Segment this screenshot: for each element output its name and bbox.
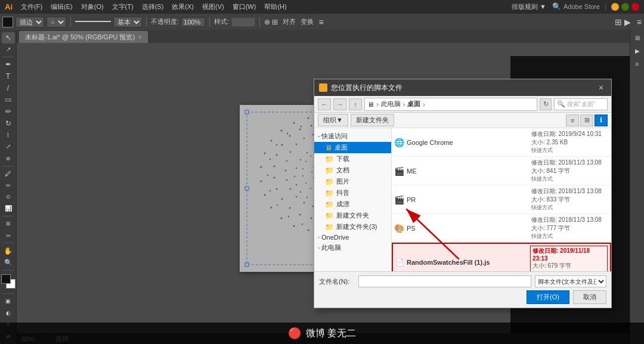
menu-type[interactable]: 文字(T) [109,1,137,13]
open-button[interactable]: 打开(O) [527,290,569,304]
view-info-btn[interactable]: ℹ [595,114,608,126]
pen-tool[interactable]: ✒ [2,59,15,70]
nav-item-douyin[interactable]: 📁 抖音 [314,187,391,199]
stroke-shape-select[interactable]: ○ [47,17,66,27]
file-name-ps: 🎨 PS [394,224,529,233]
menu-help[interactable]: 帮助(H) [261,1,290,13]
menu-object[interactable]: 对象(O) [78,1,107,13]
close-button[interactable] [631,3,639,11]
zoom-tool[interactable]: 🔍 [2,257,15,268]
slice-tool[interactable]: ✂ [2,230,15,241]
fill-swatch[interactable] [2,17,13,27]
blend-tool[interactable]: ∞ [2,179,15,191]
store-link[interactable]: Adobe Store [564,3,600,10]
tab-close-btn[interactable]: × [138,34,142,41]
view-list-btn[interactable]: ≡ [566,114,579,126]
path-segment-home[interactable]: 🖥 [367,101,374,108]
search-placeholder: 搜索"桌面" [567,100,595,109]
search-box[interactable]: 🔍 搜索"桌面" [554,98,608,110]
stroke-type-select[interactable]: 基本 [113,17,142,27]
maximize-button[interactable] [621,3,629,11]
nav-item-documents[interactable]: 📁 文档 [314,165,391,176]
thispc-header[interactable]: › 此电脑 [314,242,391,253]
search-icon[interactable]: 🔍 [552,2,561,11]
color-swatches[interactable] [1,274,16,286]
back-button[interactable]: ← [318,98,331,110]
view-details-btn[interactable]: ⊞ [580,114,593,126]
shape-builder-tool[interactable]: ⊕ [2,153,15,164]
file-row-pr[interactable]: 🎬 PR 修改日期: 2018/11/3 13:08 大小: 833 字节 快捷… [392,185,611,214]
eyedropper-tool[interactable]: 🖉 [2,168,15,179]
brush-tool[interactable]: ✏ [2,106,15,117]
rotate-tool[interactable]: ↻ [2,117,15,129]
js-name: RandomSwatchesFill (1).js [407,259,490,266]
symbol-sprayer-tool[interactable]: ⊙ [2,191,15,203]
right-panel-btn-2[interactable]: ▶ [632,45,643,56]
warp-tool[interactable]: ⌇ [2,129,15,141]
desktop-icon: 🖥 [325,144,332,152]
new-folder-button[interactable]: 新建文件夹 [351,114,394,126]
right-panel-btn-3[interactable]: ≡ [632,58,643,69]
hand-tool[interactable]: ✋ [2,245,15,256]
file-row-chrome[interactable]: 🌐 Google Chrome 修改日期: 2019/9/24 10:31 大小… [392,128,611,157]
onedrive-header[interactable]: › OneDrive [314,233,391,242]
file-row-ps[interactable]: 🎨 PS 修改日期: 2018/11/3 13:08 大小: 777 字节 快捷… [392,214,611,243]
forward-button[interactable]: → [333,98,346,110]
menu-view[interactable]: 视图(V) [199,1,228,13]
file-name-pr: 🎬 PR [394,195,529,204]
menu-window[interactable]: 窗口(W) [229,1,260,13]
file-row-me[interactable]: 🎬 ME 修改日期: 2018/11/3 13:08 大小: 841 字节 快捷… [392,157,611,185]
refresh-button[interactable]: ↻ [540,98,552,110]
nav-item-newfolder[interactable]: 📁 新建文件夹 [314,210,391,221]
grid-icon[interactable]: ⊞ ▶ [615,17,631,27]
gradient-btn[interactable]: ◐ [2,307,15,318]
dialog-close-button[interactable]: × [596,82,606,93]
menu-edit[interactable]: 编辑(E) [47,1,76,13]
type-tool[interactable]: T [2,71,15,82]
file-row-js[interactable]: 📄 RandomSwatchesFill (1).js 修改日期: 2019/1… [392,243,611,271]
direct-select-tool[interactable]: ↗ [2,44,15,55]
layout-rules-btn[interactable]: 排版规则 ▼ [508,2,550,11]
ps-date: 修改日期: 2018/11/3 13:08 大小: 777 字节 快捷方式 [531,216,609,240]
nav-item-desktop[interactable]: 🖥 桌面 [314,142,391,153]
document-tab[interactable]: 未标题-1.ai* @ 50% (RGB/GPU 预览) × [19,31,148,43]
menu-file[interactable]: 文件(F) [17,1,46,13]
nav-item-downloads[interactable]: 📁 下载 [314,153,391,165]
rect-tool[interactable]: ▭ [2,94,15,106]
line-tool[interactable]: / [2,82,15,94]
up-button[interactable]: ↑ [349,98,362,110]
nav-item-pictures[interactable]: 📁 图片 [314,176,391,187]
scale-tool[interactable]: ⤢ [2,141,15,153]
icons-right: ⊕ ⊞ [264,18,278,26]
organize-button[interactable]: 组织▼ [318,114,348,126]
foreground-color[interactable] [1,274,11,284]
nav-item-chengpiao[interactable]: 📁 成漂 [314,199,391,210]
nav-item-newfolder3[interactable]: 📁 新建文件夹(3) [314,221,391,233]
right-panel: ⊞ ▶ ≡ [630,30,644,344]
select-tool[interactable]: ↖ [2,32,15,44]
color-mode-btn[interactable]: ▣ [2,296,15,307]
cancel-button[interactable]: 取消 [573,290,606,304]
panel-toggle-icon[interactable]: ≡ [637,17,642,27]
path-segment-pc[interactable]: 此电脑 [381,100,401,109]
artboard-container: 您位置执行的脚本文件 × ← → ↑ 🖥 › 此电 [17,43,630,333]
chrome-date: 修改日期: 2019/9/24 10:31 大小: 2.35 KB 快捷方式 [531,130,609,154]
quick-access-header[interactable]: › 快速访问 [314,131,391,142]
graph-tool[interactable]: 📊 [2,203,15,215]
chengpiao-icon: 📁 [325,200,334,209]
artboard-tool[interactable]: ⊞ [2,218,15,230]
title-bar-right: 排版规则 ▼ 🔍 Adobe Store | [508,2,639,11]
filename-input[interactable] [358,275,531,287]
path-segment-desktop[interactable]: 桌面 [407,100,420,109]
transform-label[interactable]: 变换 [301,17,314,26]
newfolder-icon: 📁 [325,212,334,220]
align-label[interactable]: 对齐 [283,17,296,26]
opacity-input[interactable] [181,17,205,27]
mode-select[interactable]: 描边 [16,17,44,27]
menu-select[interactable]: 选择(S) [138,1,168,13]
menu-effect[interactable]: 效果(X) [168,1,197,13]
more-btn[interactable]: ≡ [318,17,323,27]
minimize-button[interactable] [611,3,619,11]
filetype-select[interactable]: 脚本文件(文本文件及已解析文件▼ [535,275,606,287]
right-panel-btn-1[interactable]: ⊞ [632,32,643,43]
